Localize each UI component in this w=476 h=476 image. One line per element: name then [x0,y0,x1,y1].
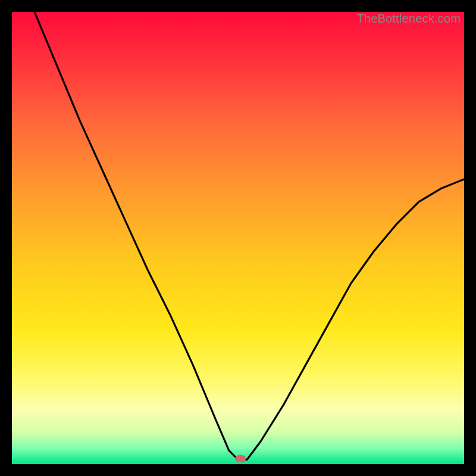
optimum-marker [235,455,246,462]
bottleneck-curve [12,12,464,464]
watermark-text: TheBottleneck.com [356,12,461,26]
chart-frame: TheBottleneck.com [12,12,464,464]
